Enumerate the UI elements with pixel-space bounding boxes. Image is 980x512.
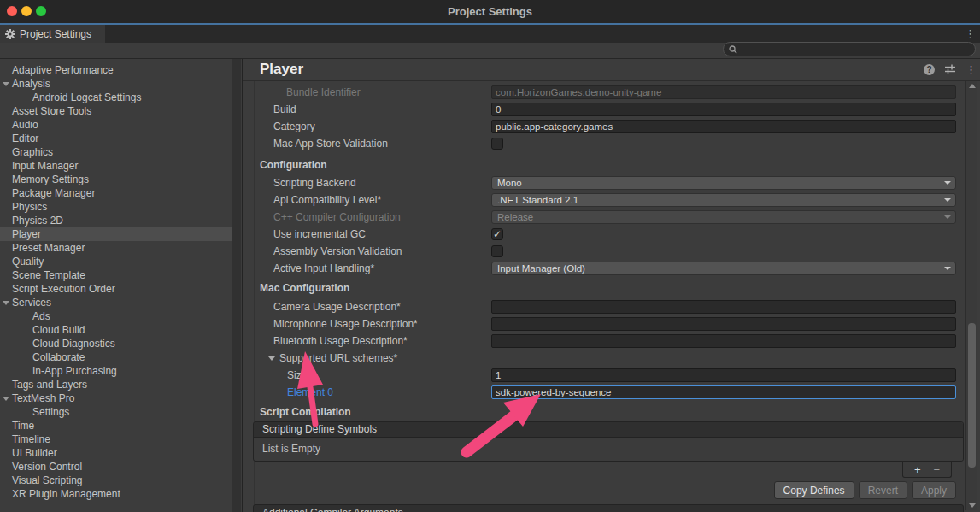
scripting-define-symbols-list: Scripting Define Symbols List is Empty <box>253 421 964 462</box>
add-item-button[interactable]: + <box>914 464 921 475</box>
sidebar-item-editor[interactable]: Editor <box>0 132 232 145</box>
sidebar-item-collaborate[interactable]: Collaborate <box>0 350 232 364</box>
scrollbar-thumb[interactable] <box>968 323 976 468</box>
sidebar-item-tags-and-layers[interactable]: Tags and Layers <box>0 378 232 391</box>
field-row-build: Build <box>243 101 964 118</box>
sidebar-list: Adaptive Performance Analysis Android Lo… <box>0 59 242 501</box>
sidebar-item-physics[interactable]: Physics <box>0 200 232 214</box>
microphone-usage-description-field[interactable] <box>491 317 956 331</box>
foldout-arrow-icon[interactable] <box>3 82 9 86</box>
close-window-button[interactable] <box>7 6 17 16</box>
sidebar-item-adaptive-performance[interactable]: Adaptive Performance <box>0 63 232 77</box>
apply-button[interactable]: Apply <box>912 481 956 499</box>
dropdown-arrow-icon <box>944 267 951 270</box>
search-box[interactable] <box>723 42 976 56</box>
list-footer: + − <box>243 462 964 478</box>
sidebar-item-script-execution-order[interactable]: Script Execution Order <box>0 282 232 296</box>
supported-url-schemes-foldout[interactable]: Supported URL schemes* <box>243 352 491 364</box>
sidebar-item-version-control[interactable]: Version Control <box>0 460 232 474</box>
sidebar-item-services[interactable]: Services <box>0 296 232 309</box>
active-input-handling-dropdown[interactable]: Input Manager (Old) <box>491 262 956 275</box>
field-label: Camera Usage Description* <box>243 301 491 313</box>
dropdown-arrow-icon <box>944 181 951 185</box>
sidebar-scrollbar-gutter[interactable] <box>232 59 241 512</box>
sidebar-item-ui-builder[interactable]: UI Builder <box>0 446 232 460</box>
sidebar-item-scene-template[interactable]: Scene Template <box>0 268 232 282</box>
tab-project-settings[interactable]: Project Settings <box>0 25 105 43</box>
sidebar-item-package-manager[interactable]: Package Manager <box>0 186 232 200</box>
sidebar-item-analysis[interactable]: Analysis <box>0 77 232 91</box>
sidebar-item-graphics[interactable]: Graphics <box>0 145 232 159</box>
assembly-version-validation-checkbox[interactable] <box>491 245 503 257</box>
sidebar-item-time[interactable]: Time <box>0 419 232 433</box>
kebab-menu-icon[interactable]: ⋮ <box>965 64 977 75</box>
remove-item-button[interactable]: − <box>934 464 941 475</box>
sidebar-item-timeline[interactable]: Timeline <box>0 433 232 446</box>
sidebar-item-quality[interactable]: Quality <box>0 255 232 268</box>
zoom-window-button[interactable] <box>36 6 46 16</box>
help-icon[interactable]: ? <box>924 64 935 75</box>
section-header-configuration: Configuration <box>243 157 964 173</box>
build-field[interactable] <box>491 103 956 116</box>
sidebar-item-audio[interactable]: Audio <box>0 118 232 132</box>
titlebar: Project Settings <box>0 0 980 23</box>
sidebar-item-input-manager[interactable]: Input Manager <box>0 159 232 173</box>
field-label: Use incremental GC <box>243 228 491 240</box>
field-label: Microphone Usage Description* <box>243 318 491 330</box>
minimize-window-button[interactable] <box>21 6 32 16</box>
field-row-api-compatibility: Api Compatibility Level* .NET Standard 2… <box>243 191 964 209</box>
field-label: Size <box>243 369 491 381</box>
scroll-up-arrow-icon[interactable] <box>969 84 976 88</box>
sidebar-item-cloud-diagnostics[interactable]: Cloud Diagnostics <box>0 337 232 350</box>
sidebar-item-asset-store-tools[interactable]: Asset Store Tools <box>0 104 232 118</box>
copy-defines-button[interactable]: Copy Defines <box>774 481 854 499</box>
scroll-down-arrow-icon[interactable] <box>969 503 976 508</box>
use-incremental-gc-checkbox[interactable] <box>491 228 503 240</box>
field-row-use-incremental-gc: Use incremental GC <box>243 226 964 243</box>
field-label-element-0: Element 0 <box>243 386 491 398</box>
sidebar-item-ads[interactable]: Ads <box>0 309 232 323</box>
vertical-scrollbar[interactable] <box>965 81 977 510</box>
bundle-identifier-field[interactable] <box>491 85 956 99</box>
sidebar-item-android-logcat-settings[interactable]: Android Logcat Settings <box>0 91 232 104</box>
field-row-camera-usage: Camera Usage Description* <box>243 298 964 315</box>
field-row-element-0: Element 0 <box>243 384 964 401</box>
define-symbols-actions: Copy Defines Revert Apply <box>243 481 964 499</box>
sidebar-item-memory-settings[interactable]: Memory Settings <box>0 173 232 186</box>
url-schemes-size-field[interactable] <box>491 368 956 382</box>
scripting-backend-dropdown[interactable]: Mono <box>491 176 956 190</box>
revert-button[interactable]: Revert <box>859 481 907 499</box>
foldout-arrow-icon[interactable] <box>3 397 9 401</box>
foldout-arrow-icon <box>268 356 275 361</box>
mac-app-store-validation-checkbox[interactable] <box>491 138 503 150</box>
sidebar-item-physics-2d[interactable]: Physics 2D <box>0 214 232 227</box>
category-field[interactable] <box>491 120 956 133</box>
presets-icon[interactable] <box>944 64 956 74</box>
window-title: Project Settings <box>448 5 532 18</box>
search-icon <box>729 45 737 54</box>
field-row-mac-app-store-validation: Mac App Store Validation <box>243 135 964 152</box>
sidebar-item-in-app-purchasing[interactable]: In-App Purchasing <box>0 364 232 378</box>
field-label: Bluetooth Usage Description* <box>243 335 491 347</box>
field-row-supported-url-schemes: Supported URL schemes* <box>243 350 964 367</box>
foldout-arrow-icon[interactable] <box>3 301 9 305</box>
camera-usage-description-field[interactable] <box>491 300 956 314</box>
list-footer-buttons: + − <box>902 462 952 478</box>
sidebar-item-preset-manager[interactable]: Preset Manager <box>0 241 232 255</box>
sidebar-item-cloud-build[interactable]: Cloud Build <box>0 323 232 337</box>
sidebar-item-textmesh-pro[interactable]: TextMesh Pro <box>0 391 232 405</box>
field-label: Assembly Version Validation <box>243 245 491 257</box>
api-compatibility-dropdown[interactable]: .NET Standard 2.1 <box>491 193 956 207</box>
field-row-bluetooth-usage: Bluetooth Usage Description* <box>243 333 964 350</box>
url-scheme-element-0-field[interactable] <box>491 385 956 399</box>
sidebar-item-visual-scripting[interactable]: Visual Scripting <box>0 474 232 487</box>
scripting-define-symbols-header: Scripting Define Symbols <box>254 422 963 438</box>
sidebar-item-player-selected[interactable]: Player <box>0 227 232 241</box>
sidebar-item-tmp-settings[interactable]: Settings <box>0 405 232 419</box>
search-input[interactable] <box>741 44 970 55</box>
sidebar-item-xr-plugin-management[interactable]: XR Plugin Management <box>0 487 232 501</box>
field-label: Category <box>243 121 491 132</box>
bluetooth-usage-description-field[interactable] <box>491 334 956 348</box>
project-settings-window: Project Settings Project Settings ⋮ <box>0 0 980 512</box>
tab-overflow-menu-icon[interactable]: ⋮ <box>965 28 976 39</box>
